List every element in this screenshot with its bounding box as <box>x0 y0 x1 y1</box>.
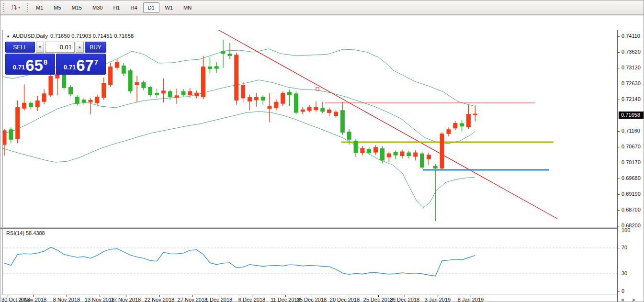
bid-price-display[interactable]: 0.71 65 8 <box>5 54 55 75</box>
tick <box>618 36 620 37</box>
rsi-level-label-70: 70 <box>621 245 627 250</box>
candle-body-bull <box>407 153 411 156</box>
timeframe-button-m30[interactable]: M30 <box>88 2 107 13</box>
candle-body-bear <box>3 130 7 145</box>
buy-button[interactable]: BUY <box>85 42 106 53</box>
candle-body-bull <box>394 152 398 156</box>
price-label-0.70170: 0.70170 <box>621 159 641 165</box>
date-label: 1 Dec 2018 <box>205 297 232 302</box>
candle-body-bull <box>420 154 424 168</box>
timeframe-button-m1[interactable]: M1 <box>31 2 48 13</box>
candle-body-bull <box>168 91 172 97</box>
tick <box>618 226 620 226</box>
date-axis: 30 Oct 20183 Nov 20188 Nov 201813 Nov 20… <box>0 295 617 302</box>
candle-body-bear <box>440 134 444 168</box>
rsi-panel-canvas[interactable] <box>3 229 617 294</box>
ask-pipette: 7 <box>94 58 98 66</box>
candle-body-bear <box>301 110 305 112</box>
trendline-handle[interactable] <box>316 88 319 90</box>
bid-prefix: 0.71 <box>13 64 25 71</box>
rsi-level-label-0: 0 <box>621 288 624 294</box>
timeframe-toolbar: ⤴⤵ ▾ M1M5M15M30H1H4D1W1MN <box>0 0 644 15</box>
price-label-0.72630: 0.72630 <box>621 80 641 86</box>
date-label: 3 Jan 2019 <box>425 297 451 302</box>
candle-body-bear <box>201 67 205 97</box>
price-label-0.73620: 0.73620 <box>621 49 641 55</box>
candle-body-bear <box>15 107 20 139</box>
toolbar-grip[interactable] <box>2 2 5 13</box>
scroll-right-button[interactable]: ► <box>632 297 637 302</box>
rsi-indicator-label: RSI(14) 58.4388 <box>6 230 45 236</box>
ask-price-display[interactable]: 0.71 67 7 <box>56 54 106 75</box>
volume-input[interactable] <box>45 42 75 53</box>
candle-body-bull <box>128 70 133 91</box>
timeframe-button-m15[interactable]: M15 <box>67 2 87 13</box>
axis-scrollers: ◄ ► <box>620 297 637 302</box>
candle-body-bear <box>48 76 53 95</box>
ask-big-digits: 67 <box>76 58 94 73</box>
price-label-0.68700: 0.68700 <box>621 207 641 213</box>
date-label: 20 Dec 2018 <box>330 297 360 302</box>
candle-body-bull <box>380 148 384 160</box>
rsi-value: 58.4388 <box>26 230 45 236</box>
chevron-down-icon: ▾ <box>18 5 20 10</box>
date-label: 8 Nov 2018 <box>53 297 80 302</box>
candle-body-bull <box>181 91 185 95</box>
candle-body-bear <box>254 97 259 101</box>
price-label-0.72140: 0.72140 <box>621 96 641 102</box>
candle-body-bull <box>221 51 226 54</box>
tick <box>618 163 620 163</box>
scroll-left-button[interactable]: ◄ <box>620 297 625 302</box>
candle-body-bear <box>327 110 331 113</box>
candle-body-bull <box>208 67 212 69</box>
date-label: 17 Nov 2018 <box>111 297 141 302</box>
candle-body-bear <box>234 55 238 101</box>
volume-decrease-button[interactable]: ▼ <box>36 42 44 53</box>
toolbar-grip-2[interactable] <box>26 2 29 13</box>
volume-increase-button[interactable]: ▲ <box>76 42 84 53</box>
candle-body-bull <box>294 93 298 112</box>
tick <box>618 131 620 132</box>
candle-body-bull <box>215 66 219 68</box>
date-label: 27 Nov 2018 <box>178 297 207 302</box>
chart-title: ▲ AUDUSD,Daily 0.71650 0.71903 0.71451 0… <box>6 33 134 39</box>
current-price-badge: 0.71658 <box>619 112 644 119</box>
candle-arrows-icon: ⤴⤵ <box>11 5 17 11</box>
timeframe-button-d1[interactable]: D1 <box>143 2 159 13</box>
timeframe-buttons: M1M5M15M30H1H4D1W1MN <box>31 2 197 13</box>
timeframe-button-h4[interactable]: H4 <box>125 2 142 13</box>
candle-body-bear <box>188 91 192 95</box>
sell-button[interactable]: SELL <box>5 42 35 53</box>
price-label-0.70670: 0.70670 <box>621 144 641 149</box>
price-label-0.69190: 0.69190 <box>621 191 641 197</box>
candle-body-bull <box>68 87 73 94</box>
candle-body-bear <box>360 148 364 153</box>
timeframe-button-mn[interactable]: MN <box>179 2 196 13</box>
candle-body-bear <box>194 93 199 96</box>
candle-body-bear <box>135 82 139 85</box>
chart-tools-button[interactable]: ⤴⤵ ▾ <box>8 3 23 12</box>
price-label-0.69680: 0.69680 <box>621 175 641 181</box>
candle-body-bull <box>122 66 126 74</box>
one-click-trading-panel: SELL ▼ ▲ BUY 0.71 65 8 0.71 67 7 <box>5 42 107 76</box>
date-label: 11 Dec 2018 <box>271 297 300 302</box>
date-label: 3 Nov 2018 <box>20 297 46 302</box>
descending-trendline[interactable] <box>211 30 557 219</box>
candle-body-bear <box>334 112 338 116</box>
candle-body-bull <box>141 82 146 88</box>
candle-body-bear <box>108 67 113 85</box>
collapse-triangle-icon[interactable]: ▲ <box>6 34 10 38</box>
timeframe-button-h1[interactable]: H1 <box>108 2 124 13</box>
date-label: 13 Nov 2018 <box>85 297 114 302</box>
candle-body-bear <box>248 97 252 101</box>
candle-body-bear <box>314 107 318 110</box>
candle-body-bull <box>261 97 265 101</box>
candle-body-bear <box>387 154 391 157</box>
timeframe-button-w1[interactable]: W1 <box>160 2 178 13</box>
candle-body-bear <box>102 83 106 98</box>
date-label: 22 Nov 2018 <box>145 297 174 302</box>
timeframe-button-m5[interactable]: M5 <box>49 2 66 13</box>
date-label: 29 Dec 2018 <box>390 297 419 302</box>
tick <box>618 210 620 211</box>
rsi-line <box>4 247 475 276</box>
